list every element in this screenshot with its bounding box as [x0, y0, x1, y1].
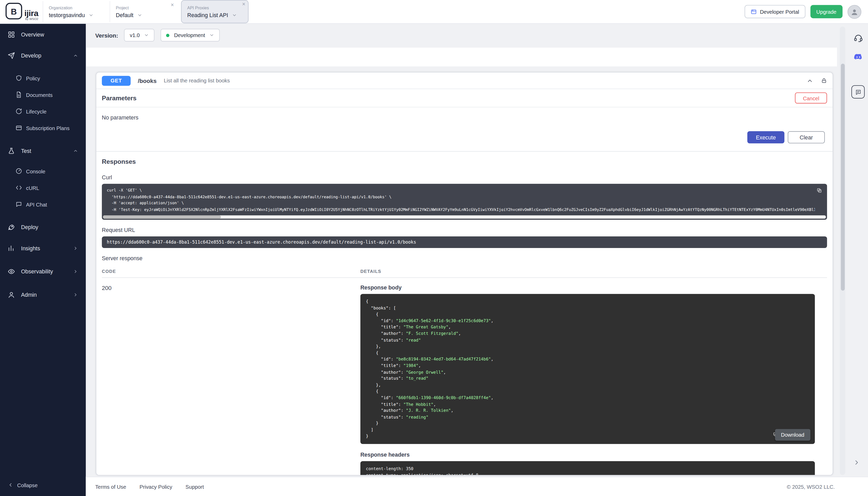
lock-icon[interactable]	[821, 77, 827, 83]
curl-code-block: curl -X 'GET' \ 'https://dda600c0-a437-4…	[102, 184, 827, 220]
sidebar-item-documents[interactable]: Documents	[0, 86, 86, 103]
sidebar-item-label: Deploy	[21, 224, 38, 230]
sidebar-item-develop[interactable]: Develop	[0, 48, 86, 63]
card-icon	[16, 125, 22, 131]
organization-selector[interactable]: Organization testorgsavindu	[43, 1, 110, 22]
endpoint-card: GET /books List all the reading list boo…	[96, 72, 833, 476]
rocket-icon	[8, 223, 15, 231]
sidebar-item-label: Lifecycle	[26, 108, 46, 114]
sidebar-collapse-button[interactable]: Collapse	[0, 478, 45, 492]
version-select[interactable]: v1.0	[124, 29, 155, 42]
parameters-title: Parameters	[102, 95, 136, 101]
sidebar-item-api-chat[interactable]: API Chat	[0, 196, 86, 213]
user-avatar[interactable]	[848, 5, 861, 18]
version-label: Version:	[95, 32, 118, 38]
organization-value: testorgsavindu	[49, 12, 85, 18]
scrollbar-thumb[interactable]	[103, 215, 221, 219]
environment-status-dot	[166, 33, 170, 37]
brand-name: ijira	[25, 9, 38, 17]
upgrade-button[interactable]: Upgrade	[810, 5, 842, 18]
chevron-left-icon	[8, 482, 13, 488]
response-body-code: { "books": [ { "id": "1d4c9647-5e62-4f1d…	[366, 298, 809, 439]
chevron-down-icon	[89, 13, 94, 17]
sidebar-item-subscription-plans[interactable]: Subscription Plans	[0, 120, 86, 136]
copy-icon[interactable]	[817, 188, 822, 193]
send-icon	[8, 52, 15, 59]
code-icon	[16, 184, 22, 191]
request-url-label: Request URL	[102, 227, 827, 233]
version-toolbar: Version: v1.0 Development	[95, 29, 220, 42]
details-column-header: DETAILS	[360, 269, 382, 274]
status-code: 200	[102, 284, 360, 476]
sidebar-item-label: Develop	[21, 52, 41, 58]
response-headers-label: Response headers	[360, 452, 815, 458]
person-icon	[850, 7, 859, 16]
refresh-icon	[16, 108, 22, 115]
eye-icon	[8, 268, 15, 275]
copyright-text: © 2025, WSO2 LLC.	[787, 483, 835, 490]
clear-button[interactable]: Clear	[788, 131, 825, 143]
api-proxy-selector[interactable]: × API Proxies Reading List API	[181, 0, 248, 23]
collapse-label: Collapse	[17, 482, 37, 488]
sidebar-item-label: Subscription Plans	[26, 125, 69, 131]
sidebar-item-observability[interactable]: Observability	[0, 264, 86, 279]
sidebar-item-label: Console	[26, 168, 45, 174]
operation-summary: List all the reading list books	[164, 77, 230, 83]
cancel-button[interactable]: Cancel	[795, 93, 827, 104]
execute-button[interactable]: Execute	[747, 131, 784, 143]
project-value: Default	[116, 12, 133, 18]
content-panel-strip	[86, 48, 837, 67]
chevron-right-icon	[73, 245, 78, 250]
code-column-header: CODE	[102, 269, 360, 274]
download-button[interactable]: Download	[775, 429, 810, 441]
privacy-policy-link[interactable]: Privacy Policy	[140, 483, 172, 490]
sidebar-item-overview[interactable]: Overview	[0, 27, 86, 42]
sidebar-item-policy[interactable]: Policy	[0, 70, 86, 86]
developer-portal-icon	[751, 9, 757, 15]
sidebar-item-label: Test	[21, 148, 31, 153]
terms-of-use-link[interactable]: Terms of Use	[95, 483, 126, 490]
sidebar-item-insights[interactable]: Insights	[0, 240, 86, 256]
sidebar-item-curl[interactable]: cURL	[0, 179, 86, 196]
sidebar-item-label: Insights	[21, 245, 40, 251]
response-header-line: content-type: application/json; charset=…	[366, 472, 809, 476]
project-selector[interactable]: × Project Default	[110, 1, 177, 22]
flask-icon	[8, 147, 15, 154]
collapse-operation-icon[interactable]	[807, 77, 813, 84]
chevron-up-icon	[73, 53, 78, 58]
operation-header[interactable]: GET /books List all the reading list boo…	[96, 73, 833, 89]
curl-line: -H 'Test-Key: eyJraWQiOiJnYXRld2F5X2Nlcn…	[107, 207, 815, 213]
support-link[interactable]: Support	[186, 483, 204, 490]
responses-section: Responses Curl curl -X 'GET' \ 'https://…	[96, 152, 833, 476]
sidebar-item-label: Documents	[26, 92, 52, 98]
no-parameters-text: No parameters	[96, 107, 833, 121]
sidebar-item-console[interactable]: Console	[0, 163, 86, 179]
sidebar-item-admin[interactable]: Admin	[0, 287, 86, 303]
developer-portal-button[interactable]: Developer Portal	[744, 5, 805, 18]
execute-row: Execute Clear	[96, 121, 833, 151]
version-value: v1.0	[130, 32, 140, 38]
help-rail	[851, 33, 865, 98]
parameters-header: Parameters Cancel	[96, 89, 833, 107]
response-header-line: content-length: 350	[366, 466, 809, 472]
app-window: B ijira by WSO2 Organization testorgsavi…	[0, 0, 868, 496]
bijira-logo[interactable]: B ijira by WSO2	[5, 3, 38, 20]
close-icon[interactable]: ×	[242, 2, 245, 7]
sidebar-item-deploy[interactable]: Deploy	[0, 219, 86, 235]
organization-label: Organization	[49, 5, 105, 10]
chevron-right-icon	[73, 269, 78, 274]
chevron-down-icon	[144, 33, 149, 37]
scrollbar-thumb[interactable]	[840, 64, 845, 291]
developer-portal-label: Developer Portal	[760, 9, 799, 15]
support-agent-icon[interactable]	[853, 33, 863, 43]
sidebar-item-test[interactable]: Test	[0, 143, 86, 158]
horizontal-scrollbar[interactable]	[103, 215, 826, 219]
discord-icon[interactable]	[853, 52, 863, 62]
environment-select[interactable]: Development	[161, 29, 220, 42]
sidebar-item-lifecycle[interactable]: Lifecycle	[0, 103, 86, 120]
feedback-icon[interactable]	[851, 85, 865, 98]
expand-panel-icon[interactable]	[853, 459, 860, 466]
vertical-scrollbar[interactable]	[840, 27, 845, 475]
close-icon[interactable]: ×	[171, 2, 174, 8]
responses-title: Responses	[102, 158, 827, 165]
